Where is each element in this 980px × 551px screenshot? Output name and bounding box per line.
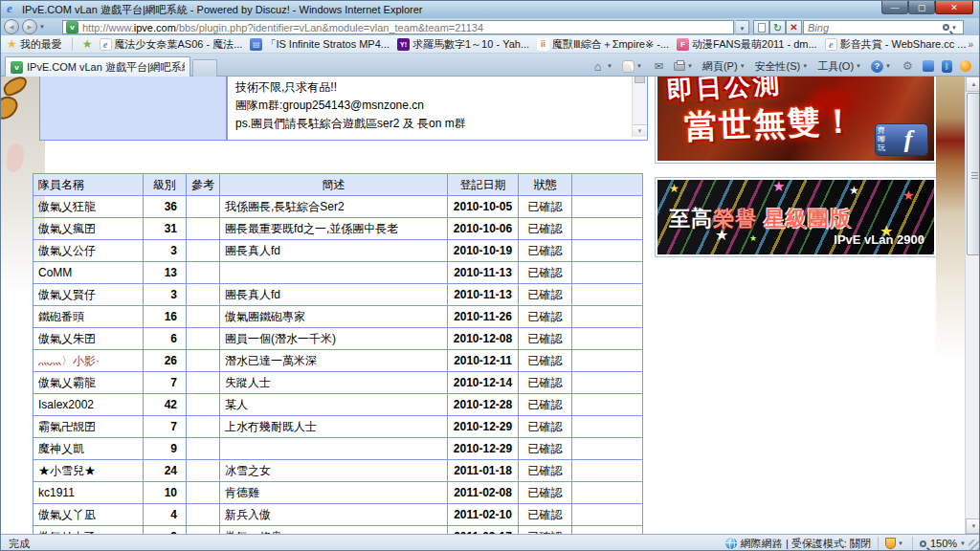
smartscreen-shield-icon[interactable] — [885, 538, 896, 549]
search-icon[interactable] — [943, 24, 949, 31]
help-button[interactable]: ?▼ — [871, 60, 893, 73]
reference-cell — [187, 416, 220, 438]
my-favorites-button[interactable]: 我的最愛 — [20, 37, 62, 52]
favorite-item[interactable]: 魔獸Ⅲ綜合＋Σmpire※ -... — [537, 37, 669, 52]
people-favicon-icon — [537, 38, 549, 51]
scroll-up-icon[interactable]: ▲ — [966, 77, 980, 92]
tab-bar: IPvE.COM vLan 遊戲平台|網吧系統 - Powered b... ▼… — [1, 54, 979, 77]
addon-gear-button[interactable] — [901, 59, 915, 74]
tab-favicon — [11, 61, 23, 74]
ad-banner-top[interactable]: 即日公測 當世無雙！ 齊嚟玩 f — [655, 77, 937, 164]
column-header: 簡述 — [220, 174, 448, 196]
reference-cell — [187, 526, 220, 535]
reference-cell — [187, 394, 220, 416]
page-menu-button[interactable]: 網頁(P)▼ — [702, 59, 747, 74]
mail-icon — [652, 59, 666, 74]
favorites-items: 魔法少女奈葉AS06 - 魔法...「IS Infinite Stratos M… — [96, 37, 969, 52]
level-cell: 31 — [144, 218, 187, 240]
home-icon — [590, 59, 605, 74]
maximize-button[interactable]: ▢ — [908, 1, 935, 14]
ad1-line2: 當世無雙！ — [683, 99, 857, 149]
status-cell: 已確認 — [519, 328, 572, 350]
table-row: 傲氣乂賢仔3團長真人fd2010-11-13已確認 — [33, 284, 643, 306]
status-cell: 已確認 — [519, 218, 572, 240]
url-text: http://www.ipve.com/bbs/plugin.php?ident… — [82, 22, 483, 33]
recent-pages-dropdown-icon[interactable]: ▼ — [39, 24, 45, 30]
new-tab-button[interactable] — [192, 59, 217, 77]
description-cell: 新兵入傲 — [220, 504, 448, 526]
forward-button[interactable]: ► — [22, 19, 37, 34]
favorite-item[interactable]: 魔法少女奈葉AS06 - 魔法... — [100, 37, 243, 52]
help-icon: ? — [871, 60, 883, 73]
info-line: 技術不限,只求有品!! — [235, 78, 628, 97]
addon-bluetooth-button[interactable]: ᛒ — [942, 60, 952, 73]
tools-menu-button[interactable]: 工具(O)▼ — [817, 59, 863, 74]
facebook-badge[interactable]: 齊嚟玩 f — [875, 123, 928, 156]
level-cell: 3 — [144, 240, 187, 262]
print-button[interactable]: ▼ — [674, 62, 695, 71]
favorite-item[interactable]: 「IS Infinite Stratos MP4... — [250, 37, 390, 52]
reference-cell — [187, 350, 220, 372]
scrollbar-thumb[interactable] — [967, 93, 980, 255]
separator — [72, 37, 73, 51]
level-cell: 42 — [144, 394, 187, 416]
shield-dropdown-icon[interactable]: ▼ — [898, 540, 903, 546]
infobox-scroll-thumb[interactable] — [635, 77, 645, 83]
compatibility-icon — [758, 23, 766, 33]
member-name-cell: 傲氣乂丫凪 — [33, 504, 144, 526]
favorites-overflow-icon[interactable]: » — [968, 39, 973, 50]
safety-menu-button[interactable]: 安全性(S)▼ — [755, 59, 811, 74]
date-cell: 2010-12-11 — [448, 350, 519, 372]
zoom-dropdown-icon[interactable]: ▼ — [960, 540, 966, 546]
favorite-item[interactable]: 动漫FANS最萌2011 - dm... — [677, 37, 817, 52]
address-bar[interactable]: http://www.ipve.com/bbs/plugin.php?ident… — [62, 20, 734, 34]
minimize-button[interactable]: — — [881, 1, 908, 14]
zoom-icon — [920, 540, 926, 547]
level-cell: 7 — [144, 372, 187, 394]
title-bar: IPvE.COM vLan 遊戲平台|網吧系統 - Powered by Dis… — [1, 1, 979, 18]
member-name-cell: 傲氣乂瘋囝 — [33, 218, 144, 240]
compatibility-view-button[interactable] — [753, 20, 769, 34]
infobox-scroll-down-icon[interactable]: ▼ — [633, 124, 647, 137]
read-mail-button[interactable] — [652, 59, 666, 74]
feeds-button[interactable]: ▼ — [622, 60, 644, 73]
scroll-down-icon[interactable]: ▼ — [966, 518, 980, 534]
page-scrollbar[interactable]: ▲ ▼ — [965, 77, 980, 534]
window-controls: — ▢ ✕ — [881, 1, 973, 14]
stop-button[interactable]: ✕ — [786, 20, 802, 34]
star-icon — [749, 233, 757, 243]
table-row: 傲氣乂狂龍36我係團長,長駐綜合Ser22010-10-05已確認 — [33, 196, 643, 218]
zone-text: 網際網路 | 受保護模式: 關閉 — [741, 537, 871, 551]
infobox-scrollbar[interactable]: ▼ — [632, 77, 646, 137]
favorite-label: 魔法少女奈葉AS06 - 魔法... — [115, 37, 243, 52]
ad-banner-star-team[interactable]: 至高榮譽 星級團版 IPvE vLan 2900 — [655, 177, 937, 257]
reference-cell — [187, 504, 220, 526]
table-row: 傲氣乂朱囝6團員一個(潛水一千米)2010-12-08已確認 — [33, 328, 643, 350]
address-dropdown-button[interactable]: ▼ — [736, 20, 749, 34]
back-button[interactable]: ◄ — [4, 19, 19, 34]
resize-grip[interactable] — [969, 540, 980, 551]
search-box[interactable]: Bing ▼ — [803, 20, 964, 34]
addon-messenger-button[interactable] — [960, 60, 971, 72]
column-header: 登記日期 — [448, 174, 519, 196]
refresh-button[interactable]: ↻ — [769, 20, 786, 34]
add-favorite-icon[interactable]: ★ — [82, 37, 93, 51]
date-cell: 2011-01-18 — [448, 460, 519, 482]
home-button[interactable]: ▼ — [590, 59, 614, 74]
status-cell: 已確認 — [519, 460, 572, 482]
status-cell: 已確認 — [519, 262, 572, 284]
date-cell: 2010-12-29 — [448, 416, 519, 438]
favorite-item[interactable]: 影音共賞 - WebShare.cc ... — [825, 37, 967, 52]
search-dropdown-icon[interactable]: ▼ — [951, 25, 957, 31]
column-header: 參考 — [187, 174, 220, 196]
tab-ipve[interactable]: IPvE.COM vLan 遊戲平台|網吧系統 - Powered b... — [5, 56, 190, 77]
addon-badge-button[interactable] — [923, 60, 934, 72]
favorites-star-icon[interactable]: ★ — [7, 37, 17, 51]
star-icon — [669, 182, 679, 195]
level-cell: 4 — [144, 504, 187, 526]
zoom-control[interactable]: 150% ▼ — [920, 538, 968, 549]
close-button[interactable]: ✕ — [935, 1, 973, 14]
favorite-item[interactable]: 求羅馬數字1～10 - Yah... — [397, 37, 529, 52]
description-cell: 冰雪之女 — [220, 460, 448, 482]
status-bar: 完成 網際網路 | 受保護模式: 關閉 ▼ 150% ▼ — [1, 534, 980, 551]
